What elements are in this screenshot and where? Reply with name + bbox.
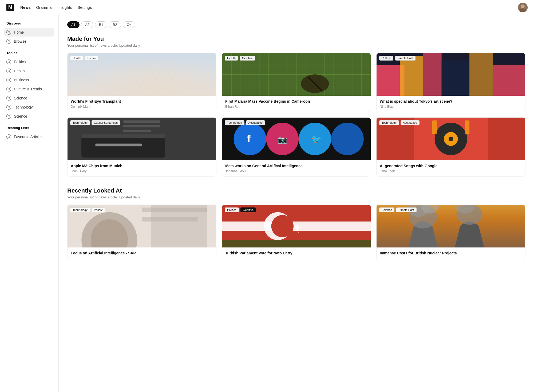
svg-rect-38 [432, 121, 437, 134]
recently-subtitle: Your personal list of news article. Upda… [67, 195, 525, 199]
card-image: f 📷 🐦 Technology Accusative [222, 118, 371, 160]
level-tab-b1[interactable]: B1 [95, 21, 107, 28]
card-image: Politics Genitive [222, 205, 371, 247]
svg-point-5 [123, 53, 198, 96]
sidebar-item-business[interactable]: Business [4, 76, 54, 84]
svg-text:f: f [247, 133, 251, 144]
svg-rect-51 [222, 240, 371, 248]
level-tab-a1[interactable]: A1 [67, 21, 80, 28]
sidebar-health-label: Health [14, 69, 25, 73]
topic-tag: Technology [225, 120, 244, 125]
card-author: Nina Blau [380, 105, 522, 109]
svg-point-49 [271, 215, 294, 238]
card-tags: Technology Accusative [379, 120, 420, 125]
svg-rect-17 [493, 65, 525, 96]
topic-tag: Science [379, 207, 394, 212]
main-content: A1 A2 B1 B2 C+ Made for You Your persona… [59, 15, 534, 277]
card-apple[interactable]: Technology Causal Sentences Apple M3-Chi… [67, 117, 216, 177]
card-turkey[interactable]: Politics Genitive Turkish Parlament Vote… [222, 205, 371, 260]
card-meta[interactable]: f 📷 🐦 Technology Accusative Meta works o… [222, 117, 371, 177]
card-body: World's First Eye Transplant Dominik Man… [68, 96, 216, 112]
svg-rect-15 [442, 61, 469, 96]
card-sap[interactable]: Technology Passiv Focus on Artificial In… [67, 205, 216, 260]
svg-rect-13 [400, 56, 423, 96]
level-tab-a2[interactable]: A2 [81, 21, 93, 28]
sidebar-item-science[interactable]: Science [4, 94, 54, 102]
card-image: Technology Causal Sentences [68, 118, 216, 160]
level-tab-cplus[interactable]: C+ [123, 21, 135, 28]
card-image: Health Genitive [222, 53, 371, 96]
topic-tag: Technology [70, 207, 90, 212]
nav-insights[interactable]: Insights [58, 4, 72, 11]
card-title: What is special about Tokyo's art scene? [380, 99, 522, 104]
nav-settings[interactable]: Settings [77, 4, 92, 11]
svg-rect-6 [68, 93, 160, 96]
sidebar: Discover Home Browse Topics Politics Hea… [0, 15, 59, 277]
card-ai-songs[interactable]: Technology Accusative AI-generated Songs… [376, 117, 525, 177]
browse-icon [6, 39, 11, 44]
svg-rect-21 [123, 121, 160, 123]
sidebar-item-technology[interactable]: Technology [4, 103, 54, 111]
sidebar-home-label: Home [14, 30, 24, 34]
card-image: Technology Accusative [377, 118, 525, 160]
card-author: Ethan Roth [225, 105, 367, 109]
svg-rect-43 [142, 217, 198, 222]
card-image: Culture Simple Past [377, 53, 525, 96]
home-icon [6, 30, 11, 35]
sidebar-item-favourites[interactable]: Favourite Articles [4, 133, 54, 141]
avatar[interactable] [518, 3, 528, 12]
card-malaria[interactable]: Health Genitive First Malaria Mass Vacci… [222, 53, 371, 112]
card-tags: Science Simple Past [379, 207, 417, 212]
grammar-tag: Simple Past [395, 56, 416, 61]
app-logo: N [6, 4, 14, 11]
grammar-tag: Causal Sentences [92, 120, 120, 125]
sidebar-culture-label: Culture & Trends [14, 87, 42, 91]
card-body: Meta works on General Artifical Intellig… [222, 160, 371, 176]
sidebar-item-science2[interactable]: Science [4, 112, 54, 121]
topic-tag: Health [70, 56, 84, 61]
made-for-you-title: Made for You [67, 35, 525, 42]
grammar-tag: Accusative [401, 120, 420, 125]
sidebar-item-culture[interactable]: Culture & Trends [4, 85, 54, 93]
card-eye-transplant[interactable]: Health Passiv World's First Eye Transpla… [67, 53, 216, 112]
sidebar-item-browse[interactable]: Browse [4, 37, 54, 46]
card-body: What is special about Tokyo's art scene?… [377, 96, 525, 112]
card-image: Health Passiv [68, 53, 216, 96]
discover-heading: Discover [4, 21, 54, 25]
card-body: AI-generated Songs with Google Lena Logi… [377, 160, 525, 176]
svg-rect-16 [469, 53, 493, 96]
sidebar-item-home[interactable]: Home [4, 28, 54, 37]
topic-tag: Culture [379, 56, 393, 61]
favourites-icon [6, 134, 11, 139]
card-tags: Culture Simple Past [379, 56, 416, 61]
svg-text:📷: 📷 [278, 135, 287, 144]
made-for-you-section: Made for You Your personal list of news … [67, 35, 525, 177]
svg-rect-23 [123, 130, 151, 132]
card-title: First Malaria Mass Vaccine Begins in Cam… [225, 99, 367, 104]
grammar-tag: Accusative [246, 120, 265, 125]
card-tags: Technology Passiv [70, 207, 105, 212]
sidebar-item-politics[interactable]: Politics [4, 58, 54, 66]
nav-news[interactable]: News [20, 4, 31, 11]
card-tokyo[interactable]: Culture Simple Past What is special abou… [376, 53, 525, 112]
card-image: Science Simple Past [377, 205, 525, 247]
card-title: Meta works on General Artifical Intellig… [225, 163, 367, 168]
sidebar-item-health[interactable]: Health [4, 67, 54, 75]
card-tags: Health Passiv [70, 56, 98, 61]
topic-tag: Technology [379, 120, 399, 125]
nav-links: News Grammar Insights Settings [20, 4, 92, 11]
level-tab-b2[interactable]: B2 [109, 21, 121, 28]
svg-rect-42 [142, 208, 207, 212]
topic-tag: Technology [70, 120, 90, 125]
reading-lists-heading: Reading Lists [4, 126, 54, 130]
made-for-you-subtitle: Your personal list of news article. Upda… [67, 43, 525, 47]
recently-title: Recently Looked At [67, 187, 525, 194]
sidebar-science-label: Science [14, 96, 27, 100]
card-nuclear[interactable]: Science Simple Past Immense Costs for Br… [376, 205, 525, 260]
nav-grammar[interactable]: Grammar [36, 4, 53, 11]
card-body: Apple M3-Chips from Munich John Dixby [68, 160, 216, 176]
svg-rect-20 [81, 134, 165, 138]
svg-rect-22 [123, 125, 160, 127]
card-author: John Dixby [71, 169, 213, 173]
sidebar-technology-label: Technology [14, 105, 33, 109]
